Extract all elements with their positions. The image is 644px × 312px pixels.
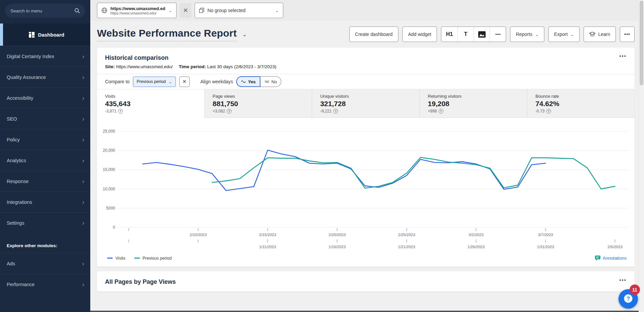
sidebar-item-label: Response (7, 179, 29, 184)
compare-period-select[interactable]: Previous period ⌄ (133, 77, 176, 87)
metric-label: Visits (105, 94, 196, 99)
image-block-button[interactable] (474, 27, 490, 42)
group-selector[interactable]: No group selected ⌄ (195, 3, 283, 18)
chevron-right-icon: › (82, 136, 84, 143)
sidebar-item-digital-certainty-index[interactable]: Digital Certainty Index› (0, 46, 90, 66)
dashboard-grid-icon (29, 32, 35, 38)
help-circle-icon[interactable]: ? (118, 109, 123, 114)
sidebar-item-dashboard[interactable]: Dashboard (0, 24, 90, 46)
sidebar-item-seo[interactable]: SEO› (0, 108, 90, 129)
divider-block-button[interactable]: — (490, 27, 506, 42)
help-circle-icon[interactable]: ? (439, 109, 443, 114)
sidebar-item-performance[interactable]: Performance› (0, 274, 90, 295)
help-chat-icon: ? (623, 294, 634, 304)
compare-period-value: Previous period (137, 79, 166, 84)
sidebar-item-ads[interactable]: Ads› (0, 253, 90, 274)
metric-value: 19,208 (428, 100, 519, 108)
sidebar-item-accessibility[interactable]: Accessibility› (0, 87, 90, 108)
site-label: Site: (105, 64, 115, 69)
notification-badge: 11 (630, 284, 640, 295)
series-visits[interactable] (143, 150, 546, 190)
scrollbar-thumb[interactable] (640, 1, 643, 85)
sidebar-item-policy[interactable]: Policy› (0, 129, 90, 150)
y-axis-tick-label: 20,000 (103, 148, 115, 153)
card-subtitle: Site: https://www.umassmed.edu/ Time per… (97, 63, 635, 74)
more-actions-button[interactable]: ••• (620, 27, 635, 42)
search-input[interactable] (10, 8, 75, 13)
legend-swatch (107, 258, 113, 259)
no-label: No (271, 79, 277, 84)
svg-text:?: ? (627, 296, 630, 302)
page-title[interactable]: Website Performance Report (97, 28, 237, 41)
legend-item-visits[interactable]: Visits (107, 256, 126, 261)
legend-label: Previous period (143, 256, 172, 261)
title-row: Website Performance Report ⌄ Create dash… (90, 21, 644, 48)
card-menu-button[interactable]: ••• (619, 54, 627, 58)
sidebar-item-label: Policy (7, 137, 20, 142)
add-widget-button[interactable]: Add widget (402, 27, 437, 42)
metric-tab-visits[interactable]: Visits435,643-3,871? (97, 89, 204, 118)
group-selector-label: No group selected (207, 8, 272, 13)
sidebar-search[interactable] (5, 4, 85, 18)
y-axis-tick-label: 10,000 (103, 187, 115, 191)
create-dashboard-button[interactable]: Create dashboard (349, 27, 398, 42)
site-selector-text: https://www.umassmed.edu/ https://www.um… (110, 6, 165, 15)
chevron-right-icon: › (82, 115, 84, 123)
chevron-right-icon: › (82, 178, 84, 185)
series-previous-period[interactable] (212, 158, 615, 189)
metric-delta: +3,082? (213, 109, 304, 114)
search-icon[interactable] (75, 8, 80, 13)
text-block-button[interactable]: T (457, 27, 474, 42)
metric-tabs: Visits435,643-3,871?Page views881,750+3,… (97, 89, 635, 118)
chevron-right-icon: › (82, 157, 84, 164)
align-weekdays-yes[interactable]: Yes (236, 76, 260, 87)
remove-comparison-button[interactable]: ✕ (179, 77, 190, 87)
site-selector[interactable]: https://www.umassmed.edu/ https://www.um… (97, 3, 177, 18)
chevron-right-icon: › (82, 281, 84, 288)
annotations-link[interactable]: Annotations (595, 256, 627, 261)
sidebar-item-quality-assurance[interactable]: Quality Assurance› (0, 66, 90, 87)
learn-button[interactable]: Learn (584, 27, 616, 42)
period-label: Time period: (179, 64, 206, 69)
sidebar-explore-menu: Ads›Performance› (0, 253, 90, 295)
help-circle-icon[interactable]: ? (333, 109, 338, 114)
x-axis-label-current: 2/10/2023 (190, 233, 207, 237)
sidebar-item-response[interactable]: Response› (0, 171, 90, 191)
metric-tab-unique-visitors[interactable]: Unique visitors321,728-9,221? (312, 89, 419, 118)
legend-swatch (134, 258, 140, 259)
title-chevron-down-icon[interactable]: ⌄ (242, 31, 247, 38)
help-button[interactable]: ? 11 (618, 289, 638, 309)
x-axis-label-previous: 1/16/2023 (329, 245, 346, 249)
metric-tab-returning-visitors[interactable]: Returning visitors19,208+998? (419, 89, 527, 118)
help-circle-icon[interactable]: ? (546, 109, 551, 114)
export-dropdown[interactable]: Export ⌄ (548, 27, 580, 42)
sidebar-item-analytics[interactable]: Analytics› (0, 150, 90, 171)
chart-area: 0500010,00015,00020,00025,0002/10/20232/… (97, 118, 635, 254)
chevron-down-icon: ⌄ (535, 32, 539, 37)
globe-icon (101, 7, 107, 13)
metric-label: Returning visitors (428, 94, 519, 99)
all-pages-card-menu-button[interactable]: ••• (619, 278, 627, 282)
x-axis-label-current: 2/15/2023 (259, 233, 276, 237)
historical-comparison-card: Historical comparison ••• Site: https://… (97, 48, 635, 267)
metric-value: 74.62% (535, 100, 627, 108)
sidebar-item-integrations[interactable]: Integrations› (0, 191, 90, 212)
comparison-line-chart[interactable]: 0500010,00015,00020,00025,0002/10/20232/… (97, 118, 632, 252)
metric-value: 321,728 (320, 100, 411, 108)
bottom-edge-strip (90, 311, 644, 312)
help-circle-icon[interactable]: ? (227, 109, 232, 114)
x-axis-label-current: 3/7/2023 (538, 233, 553, 237)
clear-site-button[interactable]: ✕ (180, 3, 191, 18)
heading-h1-button[interactable]: H1 (441, 27, 457, 42)
group-icon (199, 8, 204, 13)
sidebar-item-label: Ads (7, 261, 15, 266)
align-weekdays-no[interactable]: No (260, 76, 282, 87)
site-value: https://www.umassmed.edu/ (116, 64, 173, 69)
reports-dropdown[interactable]: Reports ⌄ (510, 27, 544, 42)
reports-label: Reports (516, 32, 532, 37)
legend-item-previous-period[interactable]: Previous period (134, 256, 172, 261)
sidebar-item-settings[interactable]: Settings› (0, 212, 90, 233)
metric-tab-page-views[interactable]: Page views881,750+3,082? (204, 89, 312, 118)
page-scrollbar[interactable] (639, 0, 644, 312)
metric-tab-bounce-rate[interactable]: Bounce rate74.62%-0.73? (527, 89, 635, 118)
